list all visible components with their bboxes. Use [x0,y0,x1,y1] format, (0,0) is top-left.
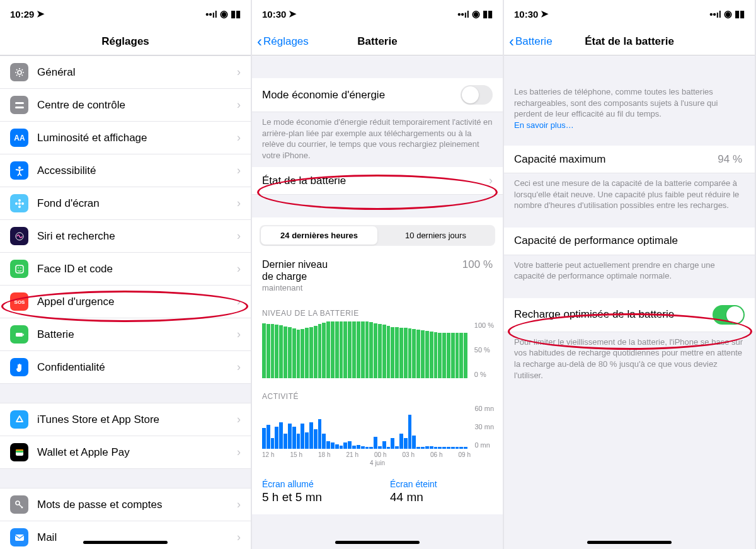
chevron-right-icon: › [237,131,241,144]
svg-point-12 [18,267,19,269]
siri-icon [10,227,28,245]
row-label: Wallet et Apple Pay [37,446,237,459]
settings-row-appstore[interactable]: iTunes Store et App Store› [0,403,251,436]
peak-performance-desc: Votre batterie peut actuellement prendre… [504,255,755,288]
nav-title: État de la batterie [585,35,674,48]
settings-row-faceid[interactable]: Face ID et code› [0,253,251,286]
svg-point-6 [18,199,21,202]
screen-off-value: 44 mn [390,490,493,504]
optimized-charging-toggle[interactable] [713,305,745,325]
chevron-right-icon: › [237,295,241,308]
battery-icon: ▮▮ [231,8,241,20]
nav-back-button[interactable]: ‹Batterie [504,34,553,49]
activity-chart [262,405,467,449]
status-time: 10:30 ➤ [262,8,297,20]
row-label: iTunes Store et App Store [37,413,237,426]
low-power-toggle[interactable] [461,85,493,105]
status-bar: 10:30 ➤ ••ıl ◉ ▮▮ [504,0,755,28]
row-label: Fond d'écran [37,197,237,210]
optimized-charging-row[interactable]: Recharge optimisée de la batterie [504,298,755,332]
row-label: Confidentialité [37,361,237,374]
battery-content[interactable]: Mode économie d'énergie Le mode économie… [252,55,503,549]
home-indicator[interactable] [587,541,672,544]
nav-back-button[interactable]: ‹Réglages [252,34,309,49]
settings-row-wallet[interactable]: Wallet et Apple Pay› [0,436,251,469]
home-indicator[interactable] [335,541,420,544]
low-power-mode-row[interactable]: Mode économie d'énergie [252,78,503,112]
max-capacity-label: Capacité maximum [514,153,718,166]
peak-performance-label: Capacité de performance optimale [514,234,745,247]
svg-point-5 [18,202,21,205]
chevron-right-icon: › [237,262,241,275]
battery-health-row[interactable]: État de la batterie › [252,167,503,195]
settings-row-siri[interactable]: Siri et recherche› [0,220,251,253]
settings-row-mail[interactable]: Mail› [0,521,251,549]
svg-rect-11 [16,265,23,273]
settings-row-accessibility[interactable]: Accessibilité› [0,154,251,187]
chevron-right-icon: › [237,197,241,210]
svg-rect-2 [15,107,24,108]
battery-icon: ▮▮ [735,8,745,20]
status-indicators: ••ıl ◉ ▮▮ [205,8,241,20]
location-icon: ➤ [541,8,549,20]
learn-more-link[interactable]: En savoir plus… [514,120,574,130]
optimized-charging-desc: Pour limiter le vieillissement de la bat… [504,332,755,387]
key-icon [10,495,28,514]
panel-reglages: 10:29 ➤ ••ıl ◉ ▮▮ Réglages Général›Centr… [0,0,252,549]
settings-row-switches[interactable]: Centre de contrôle› [0,89,251,122]
battery-icon [10,325,28,344]
screen-on-value: 5 h et 5 mn [262,490,365,504]
svg-rect-1 [15,102,24,104]
svg-rect-16 [23,333,24,335]
settings-list[interactable]: Général›Centre de contrôle›AALuminosité … [0,55,251,549]
segment-24h[interactable]: 24 dernières heures [261,226,377,245]
settings-row-flower[interactable]: Fond d'écran› [0,187,251,220]
svg-text:SOS: SOS [14,299,25,305]
accessibility-icon [10,161,28,180]
status-bar: 10:29 ➤ ••ıl ◉ ▮▮ [0,0,251,28]
svg-rect-21 [15,535,24,541]
hand-icon [10,358,28,376]
max-capacity-row: Capacité maximum 94 % [504,146,755,173]
battery-icon: ▮▮ [483,8,493,20]
chart2-yticks: 60 mn30 mn0 mn [474,405,494,449]
wallet-icon [10,443,28,461]
panel-battery-health: 10:30 ➤ ••ıl ◉ ▮▮ ‹Batterie État de la b… [504,0,756,549]
chevron-right-icon: › [237,66,241,79]
battery-level-header: NIVEAU DE LA BATTERIE [262,309,493,318]
chevron-left-icon: ‹ [509,34,514,49]
battery-level-chart [262,321,467,378]
chart-date: 4 juin [262,459,493,466]
screen-off-label: Écran éteint [390,479,493,489]
svg-rect-15 [16,333,23,337]
low-power-label: Mode économie d'énergie [262,89,461,101]
status-time: 10:29 ➤ [10,8,45,20]
nav-title: Réglages [101,35,149,48]
text-icon: AA [10,129,28,147]
settings-row-sos[interactable]: SOSAppel d'urgence› [0,286,251,318]
settings-row-text[interactable]: AALuminosité et affichage› [0,122,251,154]
home-indicator[interactable] [83,541,168,544]
faceid-icon [10,260,28,278]
wifi-icon: ◉ [220,8,228,20]
battery-health-content[interactable]: Les batteries de téléphone, comme toutes… [504,55,755,549]
screen-time-stats: Écran allumé 5 h et 5 mn Écran éteint 44… [252,469,503,514]
svg-point-0 [18,71,21,74]
chevron-right-icon: › [489,174,493,187]
segment-10d[interactable]: 10 derniers jours [377,226,494,245]
time-range-segment[interactable]: 24 dernières heures 10 derniers jours [260,225,495,246]
last-charge: Dernier niveau de charge maintenant 100 … [252,255,503,296]
svg-text:AA: AA [14,134,25,142]
chevron-right-icon: › [237,229,241,243]
gear-icon [10,63,28,81]
chart1-yticks: 100 %50 %0 % [474,321,494,378]
optimized-charging-label: Recharge optimisée de la batterie [514,308,713,321]
settings-row-gear[interactable]: Général› [0,55,251,89]
svg-rect-19 [16,451,23,453]
nav-bar: ‹Batterie État de la batterie [504,28,755,55]
settings-row-key[interactable]: Mots de passe et comptes› [0,488,251,521]
row-label: Luminosité et affichage [37,132,237,144]
last-charge-value: 100 % [462,258,493,271]
settings-row-hand[interactable]: Confidentialité› [0,351,251,384]
settings-row-battery[interactable]: Batterie› [0,318,251,351]
